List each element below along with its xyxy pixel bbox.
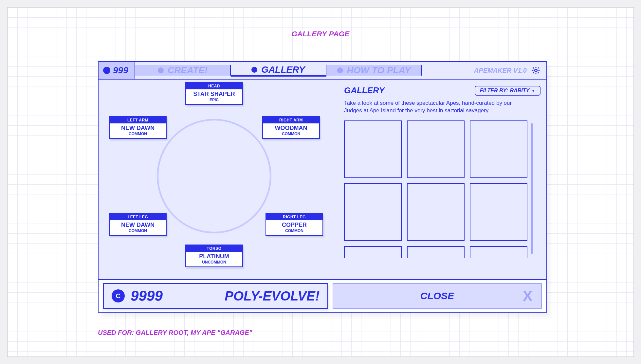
part-name: NEW DAWN [110,123,166,132]
part-card-right-arm[interactable]: RIGHT ARM WOODMAN COMMON [262,116,320,139]
gallery-tile[interactable] [470,183,527,241]
gallery-tile[interactable] [407,120,465,178]
tab-label: GALLERY [261,64,305,75]
part-rarity: EPIC [186,98,242,104]
gallery-title: GALLERY [344,85,385,96]
part-slot: LEFT LEG [110,214,166,220]
part-rarity: UNCOMMON [186,260,242,266]
gear-icon[interactable] [531,66,540,75]
tab-dot-icon [158,67,164,73]
topbar: 999 CREATE! GALLERY HOW TO PLAY APEMAKER… [99,62,546,80]
evolve-cost: 9999 [131,288,163,304]
gallery-tile[interactable] [407,183,465,241]
part-rarity: COMMON [263,132,319,138]
page-title: GALLERY PAGE [291,30,349,38]
part-card-torso[interactable]: TORSO PLATINUM UNCOMMON [185,245,243,267]
gallery-tile[interactable] [344,183,402,241]
part-slot: TORSO [186,245,242,252]
part-name: COPPER [266,220,322,228]
part-rarity: COMMON [110,228,166,235]
topbar-right: APEMAKER V1.0 [422,62,546,79]
currency-icon: C [112,289,125,302]
app-window: 999 CREATE! GALLERY HOW TO PLAY APEMAKER… [98,61,547,313]
scrollbar[interactable] [531,123,533,254]
tab-dot-icon [251,67,257,73]
part-name: WOODMAN [263,123,319,132]
part-card-right-leg[interactable]: RIGHT LEG COPPER COMMON [266,213,323,236]
tab-dot-icon [337,67,343,73]
tab-label: CREATE! [168,65,208,76]
evolve-label: POLY-EVOLVE! [225,289,320,303]
preview-circle [157,119,271,233]
part-card-left-leg[interactable]: LEFT LEG NEW DAWN COMMON [109,213,167,236]
preview-area: HEAD STAR SHAPER EPIC LEFT ARM NEW DAWN … [99,80,331,279]
tab-create[interactable]: CREATE! [135,65,231,76]
gallery-tile[interactable] [407,246,465,258]
tab-bar: CREATE! GALLERY HOW TO PLAY [135,62,422,79]
tab-gallery[interactable]: GALLERY [231,64,326,77]
part-name: STAR SHAPER [186,89,242,98]
part-rarity: COMMON [266,228,322,235]
gallery-panel: GALLERY FILTER BY: RARITY ▼ Take a look … [344,80,546,279]
gallery-tile[interactable] [470,246,527,258]
close-label: CLOSE [420,290,454,301]
bottom-bar: C 9999 POLY-EVOLVE! CLOSE X [99,279,546,312]
gallery-grid [344,120,527,258]
gallery-tile[interactable] [470,120,527,178]
coin-counter: 999 [99,62,135,79]
footnote: USED FOR: GALLERY ROOT, MY APE "GARAGE" [98,329,252,337]
part-name: NEW DAWN [110,220,166,228]
filter-dropdown[interactable]: FILTER BY: RARITY ▼ [475,86,540,96]
chevron-down-icon: ▼ [531,88,535,93]
close-button[interactable]: CLOSE X [333,283,542,309]
part-rarity: COMMON [110,132,166,138]
part-name: PLATINUM [186,252,242,260]
gallery-tile[interactable] [344,246,402,258]
part-card-head[interactable]: HEAD STAR SHAPER EPIC [185,82,243,105]
gallery-description: Take a look at some of these spectacular… [344,100,527,115]
part-slot: LEFT ARM [110,117,166,123]
version-label: APEMAKER V1.0 [474,67,527,74]
filter-value: RARITY [510,88,530,94]
coin-count: 999 [113,65,128,76]
tab-howtoplay[interactable]: HOW TO PLAY [326,65,422,76]
filter-label: FILTER BY: [480,88,508,94]
close-icon: X [522,287,533,305]
gallery-tile[interactable] [344,120,402,178]
poly-evolve-button[interactable]: C 9999 POLY-EVOLVE! [103,283,328,309]
part-slot: HEAD [186,83,242,89]
tab-label: HOW TO PLAY [347,65,411,76]
part-slot: RIGHT LEG [266,214,322,220]
part-card-left-arm[interactable]: LEFT ARM NEW DAWN COMMON [109,116,167,139]
part-slot: RIGHT ARM [263,117,319,123]
coin-icon [103,67,110,74]
svg-point-0 [535,69,537,71]
